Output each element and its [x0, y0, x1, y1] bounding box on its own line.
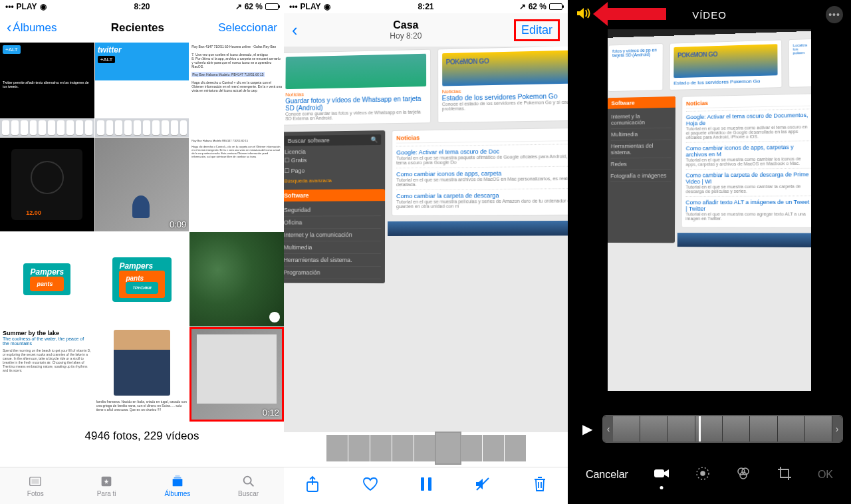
svg-rect-1 [32, 479, 39, 483]
tab-buscar[interactable]: Buscar [213, 467, 284, 504]
status-bar: •••PLAY◉ 8:20 ↗62 % [0, 0, 284, 13]
editor-title: VÍDEO [692, 9, 727, 21]
trash-icon[interactable] [533, 475, 547, 497]
tab-parati[interactable]: Para ti [71, 467, 142, 504]
photo-thumb[interactable]: 12.00 [0, 138, 94, 232]
svg-rect-5 [175, 475, 180, 477]
photos-app-panel: •••PLAY◉ 8:20 ↗62 % ‹Álbumes Recientes S… [0, 0, 284, 504]
page-title: Recientes [111, 21, 164, 35]
trim-handle-right[interactable]: › [832, 416, 842, 441]
video-preview[interactable]: Noticias Guardar fotos y vídeos de Whats… [284, 47, 568, 439]
play-icon[interactable]: ▶ [576, 421, 598, 437]
trim-control[interactable]: ▶ ‹ › [576, 412, 843, 445]
detail-title: Casa [390, 19, 422, 31]
video-canvas[interactable]: fotos y vídeos de pp en tarjeta SD (Andr… [608, 29, 811, 391]
svg-point-17 [740, 472, 747, 479]
svg-rect-4 [174, 477, 181, 479]
svg-rect-10 [428, 477, 431, 491]
svg-point-14 [701, 471, 705, 475]
library-counts: 4946 fotos, 229 vídeos [0, 422, 284, 451]
video-thumb[interactable]: 0:09 [95, 138, 189, 232]
annotation-arrow [593, 4, 666, 24]
detail-toolbar [284, 467, 568, 504]
nav-bar: ‹Álbumes Recientes Seleccionar [0, 13, 284, 43]
photo-thumb[interactable]: twitter +ALT qwertyuiop [95, 43, 189, 137]
pause-icon[interactable] [420, 476, 433, 496]
editor-toolbar: Cancelar OK [568, 459, 851, 491]
trim-handle-left[interactable]: ‹ [604, 416, 613, 441]
photo-thumb[interactable]: Ray Ban Habana Modelo RB4147 710/51 60 1… [189, 138, 284, 232]
playhead[interactable] [699, 415, 701, 443]
photo-thumb[interactable]: Pamperspants [0, 232, 94, 326]
nav-bar: ‹ Casa Hoy 8:20 Editar [284, 13, 568, 47]
svg-line-7 [250, 483, 253, 487]
photo-grid: +ALT Twitter permite añadir texto altern… [0, 43, 284, 422]
trim-frames[interactable] [613, 416, 832, 441]
edit-button[interactable]: Editar [514, 19, 560, 41]
svg-rect-9 [421, 477, 424, 491]
ok-button[interactable]: OK [818, 469, 833, 481]
more-icon[interactable]: ••• [826, 6, 843, 23]
photo-thumb[interactable]: Summer by the lake The coolness of the w… [0, 327, 94, 422]
video-mode-icon[interactable] [654, 467, 669, 483]
tab-bar: Fotos Para ti Álbumes Buscar [0, 467, 284, 504]
crop-icon[interactable] [777, 465, 792, 485]
back-button[interactable]: ‹Álbumes [7, 19, 57, 37]
tab-albumes[interactable]: Álbumes [142, 467, 213, 504]
heart-icon[interactable] [362, 476, 379, 496]
adjust-icon[interactable] [695, 465, 711, 485]
photo-thumb[interactable]: +ALT Twitter permite añadir texto altern… [0, 43, 94, 137]
svg-rect-12 [654, 469, 664, 477]
photo-detail-panel: •••PLAY◉ 8:21 ↗62 % ‹ Casa Hoy 8:20 Edit… [284, 0, 568, 504]
cancel-button[interactable]: Cancelar [586, 469, 628, 481]
back-button[interactable]: ‹ [292, 20, 298, 41]
video-thumb-selected[interactable]: 0:12 [189, 327, 284, 422]
photo-thumb[interactable]: familia francesa. Nacido en Italia, cria… [95, 327, 189, 422]
detail-subtitle: Hoy 8:20 [390, 31, 422, 41]
photo-thumb[interactable]: Ray Ban 4147 710/51 60 Havana online · G… [189, 43, 284, 137]
svg-rect-3 [173, 479, 183, 486]
speaker-icon[interactable] [576, 7, 592, 23]
filters-icon[interactable] [735, 465, 751, 485]
tab-fotos[interactable]: Fotos [0, 467, 71, 504]
share-icon[interactable] [304, 475, 320, 497]
video-editor-panel: VÍDEO ••• fotos y vídeos de pp en tarjet… [568, 0, 851, 504]
photo-thumb[interactable]: PamperspantsТРУСИКИ [95, 232, 189, 326]
svg-point-16 [742, 468, 749, 475]
photo-thumb[interactable] [189, 232, 284, 326]
mute-icon[interactable] [474, 476, 491, 496]
thumbnail-strip[interactable] [284, 432, 568, 464]
svg-point-6 [243, 477, 251, 484]
status-bar: •••PLAY◉ 8:21 ↗62 % [284, 0, 568, 13]
select-button[interactable]: Seleccionar [218, 21, 277, 35]
